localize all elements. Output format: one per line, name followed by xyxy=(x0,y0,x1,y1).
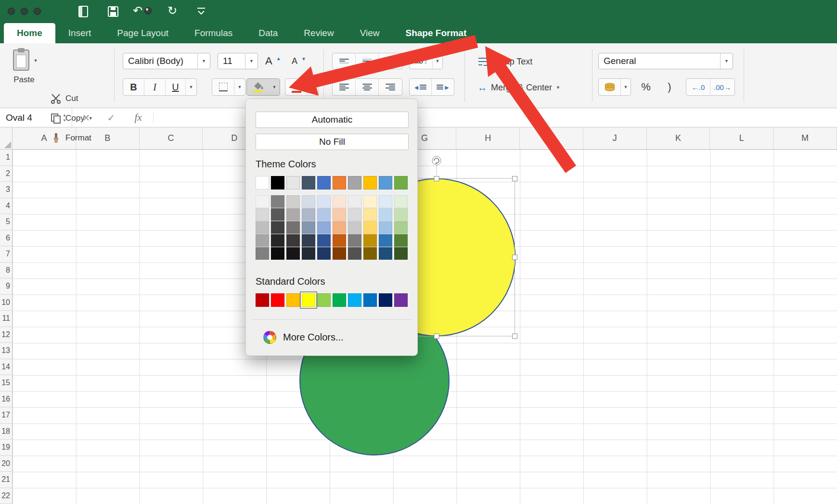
row-header-5[interactable]: 5 xyxy=(0,214,12,230)
row-header-13[interactable]: 13 xyxy=(0,343,12,359)
column-header-M[interactable]: M xyxy=(773,127,837,149)
theme-shade-swatch-8-0[interactable] xyxy=(379,195,392,208)
theme-shade-swatch-3-2[interactable] xyxy=(302,221,315,234)
tab-formulas[interactable]: Formulas xyxy=(181,23,245,43)
theme-color-swatch-6[interactable] xyxy=(348,176,361,189)
number-format-combobox[interactable]: General ▼ xyxy=(598,53,733,69)
theme-color-swatch-4[interactable] xyxy=(317,176,331,189)
standard-color-swatch-8[interactable] xyxy=(379,293,392,307)
align-center-button[interactable] xyxy=(356,79,379,95)
comma-style-button[interactable]: ) xyxy=(661,78,678,96)
standard-color-swatch-9[interactable] xyxy=(394,293,408,307)
theme-shade-swatch-1-1[interactable] xyxy=(271,208,284,221)
theme-shade-swatch-2-2[interactable] xyxy=(286,221,300,234)
underline-button[interactable]: U xyxy=(166,79,186,95)
theme-shade-swatch-7-1[interactable] xyxy=(363,208,377,221)
theme-shade-swatch-1-0[interactable] xyxy=(271,195,284,208)
zoom-window-button[interactable] xyxy=(34,8,41,15)
redo-button[interactable]: ↻ xyxy=(167,4,177,17)
standard-color-swatch-3[interactable] xyxy=(302,293,315,307)
font-size-combobox[interactable]: 11 ▼ xyxy=(218,53,258,69)
row-header-14[interactable]: 14 xyxy=(0,359,12,376)
theme-color-swatch-0[interactable] xyxy=(256,176,269,189)
theme-color-swatch-8[interactable] xyxy=(379,176,392,189)
theme-shade-swatch-4-3[interactable] xyxy=(317,234,331,247)
close-window-button[interactable] xyxy=(8,8,15,15)
undo-dropdown-caret[interactable]: ▼ xyxy=(144,7,152,14)
top-align-button[interactable] xyxy=(333,53,356,69)
row-header-3[interactable]: 3 xyxy=(0,182,12,198)
theme-color-swatch-9[interactable] xyxy=(394,176,408,189)
theme-shade-swatch-3-4[interactable] xyxy=(302,247,315,260)
theme-color-swatch-2[interactable] xyxy=(286,176,300,189)
theme-shade-swatch-9-0[interactable] xyxy=(394,195,408,208)
decrease-indent-button[interactable]: ◂ xyxy=(410,79,432,95)
row-header-17[interactable]: 17 xyxy=(0,407,12,424)
theme-shade-swatch-9-1[interactable] xyxy=(394,208,408,221)
row-header-2[interactable]: 2 xyxy=(0,166,12,182)
row-header-22[interactable]: 22 xyxy=(0,488,12,504)
borders-button[interactable] xyxy=(212,79,234,95)
theme-shade-swatch-5-2[interactable] xyxy=(333,221,346,234)
theme-shade-swatch-4-4[interactable] xyxy=(317,247,331,260)
column-header-K[interactable]: K xyxy=(647,127,710,149)
theme-shade-swatch-6-0[interactable] xyxy=(348,195,361,208)
theme-shade-swatch-9-4[interactable] xyxy=(394,247,408,260)
select-all-corner[interactable] xyxy=(0,127,13,150)
theme-shade-swatch-4-0[interactable] xyxy=(317,195,331,208)
row-header-7[interactable]: 7 xyxy=(0,246,12,263)
row-header-1[interactable]: 1 xyxy=(0,150,12,166)
new-workbook-icon[interactable] xyxy=(77,5,90,18)
theme-shade-swatch-9-3[interactable] xyxy=(394,234,408,247)
theme-shade-swatch-9-2[interactable] xyxy=(394,221,408,234)
theme-shade-swatch-3-1[interactable] xyxy=(302,208,315,221)
theme-shade-swatch-3-0[interactable] xyxy=(302,195,315,208)
theme-shade-swatch-5-0[interactable] xyxy=(333,195,346,208)
standard-color-swatch-7[interactable] xyxy=(363,293,377,307)
theme-shade-swatch-5-3[interactable] xyxy=(333,234,346,247)
decrease-decimal-button[interactable]: .00→ xyxy=(710,79,734,95)
theme-shade-swatch-6-4[interactable] xyxy=(348,247,361,260)
theme-shade-swatch-1-2[interactable] xyxy=(271,221,284,234)
shrink-font-button[interactable]: A▼ xyxy=(292,53,306,69)
accounting-format-button[interactable] xyxy=(599,79,621,95)
column-header-J[interactable]: J xyxy=(583,127,647,149)
theme-shade-swatch-1-4[interactable] xyxy=(271,247,284,260)
theme-shade-swatch-7-2[interactable] xyxy=(363,221,377,234)
row-header-4[interactable]: 4 xyxy=(0,198,12,214)
borders-dropdown-caret[interactable]: ▼ xyxy=(234,79,245,95)
accounting-dropdown-caret[interactable]: ▼ xyxy=(621,79,631,95)
row-header-19[interactable]: 19 xyxy=(0,440,12,456)
row-header-18[interactable]: 18 xyxy=(0,424,12,440)
paste-button[interactable]: ▼ Paste xyxy=(6,47,42,85)
row-header-8[interactable]: 8 xyxy=(0,263,12,279)
more-colors-item[interactable]: More Colors... xyxy=(263,331,344,344)
no-fill-button[interactable]: No Fill xyxy=(256,134,409,150)
theme-shade-swatch-2-0[interactable] xyxy=(286,195,300,208)
paste-dropdown-caret[interactable]: ▼ xyxy=(34,59,38,63)
underline-dropdown-caret[interactable]: ▼ xyxy=(186,79,196,95)
font-color-button[interactable]: A xyxy=(285,79,308,95)
theme-shade-swatch-1-3[interactable] xyxy=(271,234,284,247)
theme-shade-swatch-2-1[interactable] xyxy=(286,208,300,221)
minimize-window-button[interactable] xyxy=(21,8,28,15)
orientation-dropdown-caret[interactable]: ▼ xyxy=(433,53,442,69)
font-name-combobox[interactable]: Calibri (Body) ▼ xyxy=(123,53,210,69)
theme-shade-swatch-0-2[interactable] xyxy=(256,221,269,234)
tab-insert[interactable]: Insert xyxy=(55,23,104,43)
align-left-button[interactable] xyxy=(333,79,356,95)
theme-shade-swatch-0-4[interactable] xyxy=(256,247,269,260)
theme-color-swatch-3[interactable] xyxy=(302,176,315,189)
theme-shade-swatch-2-4[interactable] xyxy=(286,247,300,260)
save-icon[interactable] xyxy=(107,5,119,18)
theme-shade-swatch-4-2[interactable] xyxy=(317,221,331,234)
theme-shade-swatch-0-3[interactable] xyxy=(256,234,269,247)
standard-color-swatch-0[interactable] xyxy=(256,293,269,307)
tab-data[interactable]: Data xyxy=(245,23,291,43)
tab-home[interactable]: Home xyxy=(4,23,55,43)
theme-shade-swatch-0-1[interactable] xyxy=(256,208,269,221)
grow-font-button[interactable]: A▲ xyxy=(265,53,281,69)
theme-shade-swatch-6-3[interactable] xyxy=(348,234,361,247)
column-header-L[interactable]: L xyxy=(710,127,773,149)
column-header-I[interactable]: I xyxy=(520,127,583,149)
